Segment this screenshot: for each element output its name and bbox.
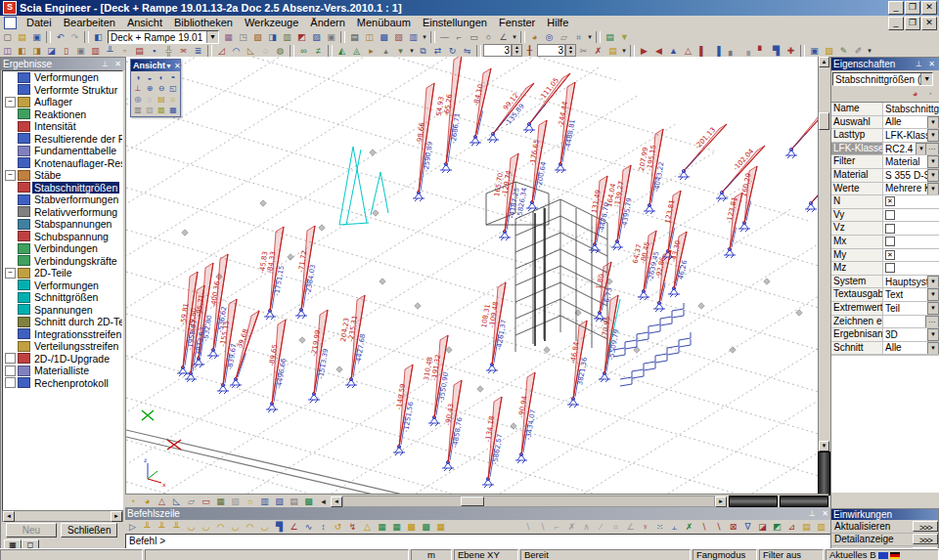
gallery-icon[interactable]: ▩: [377, 31, 391, 43]
grid-icon[interactable]: ╬: [161, 45, 176, 57]
column-diagram[interactable]: -123,81: [724, 193, 742, 258]
close-icon[interactable]: ✕: [820, 509, 830, 519]
toolbar-icon[interactable]: ▾: [393, 45, 408, 57]
mesh-icon[interactable]: ▤: [132, 45, 147, 57]
property-value[interactable]: Stabschnittgrößen: [883, 103, 939, 115]
close-icon[interactable]: ✕: [926, 60, 937, 69]
property-value[interactable]: S 355 D-Stütze▼: [883, 169, 939, 182]
column-diagram[interactable]: -89,65-4496,66: [266, 320, 288, 412]
column-diagram[interactable]: [805, 160, 819, 212]
doc-minimize-button[interactable]: _: [888, 17, 904, 30]
column-diagram[interactable]: -235,31204,23-4427,68: [339, 295, 367, 388]
temp-icon[interactable]: ↯: [345, 521, 360, 533]
refresh2-icon[interactable]: ↺: [331, 521, 345, 533]
beam-icon[interactable]: ◧: [15, 45, 29, 57]
result-icon[interactable]: ▌: [695, 45, 710, 57]
lightbulb-icon[interactable]: ☼: [167, 94, 179, 105]
settings-view-icon[interactable]: ▦: [167, 105, 179, 115]
checkbox-unchecked[interactable]: [885, 237, 895, 246]
toolbar-icon[interactable]: ▴: [379, 45, 393, 57]
property-value[interactable]: Text▼: [883, 288, 939, 301]
column-diagram[interactable]: [785, 107, 819, 158]
angle-icon[interactable]: ∠: [496, 31, 511, 43]
column-diagram[interactable]: -149,59-1251,56: [393, 365, 415, 455]
toolbar-icon[interactable]: ◩: [294, 31, 309, 43]
slab-icon[interactable]: ◪: [44, 45, 59, 57]
property-row-extremwerte[interactable]: ExtremwerteTeil▼: [831, 302, 939, 316]
tree-item-rechenprotokoll[interactable]: Rechenprotokoll: [3, 377, 122, 390]
pin-icon[interactable]: ⊥: [100, 60, 111, 69]
chevron-down-icon[interactable]: ▼: [165, 63, 172, 69]
menu-werkzeuge[interactable]: Werkzeuge: [239, 16, 304, 30]
line-icon[interactable]: —: [437, 31, 452, 43]
property-row-werte[interactable]: WerteMehrere Kompo▼: [831, 183, 939, 196]
close-icon[interactable]: ✕: [112, 60, 123, 69]
close-button[interactable]: ✕: [921, 1, 937, 15]
chevron-down-icon[interactable]: ▼: [927, 342, 939, 355]
pin-icon[interactable]: ⊥: [914, 60, 924, 69]
node-marker[interactable]: [370, 150, 377, 156]
node-marker[interactable]: [182, 230, 189, 237]
doc-restore-button[interactable]: ❐: [905, 17, 920, 30]
tree-item-2d-teile[interactable]: −2D-Teile: [3, 267, 122, 280]
shade-icon[interactable]: ◕: [140, 495, 155, 507]
snap-x-icon[interactable]: ✗: [682, 521, 696, 533]
folder-icon[interactable]: ▤: [156, 94, 167, 105]
menu-datei[interactable]: Datei: [21, 16, 58, 30]
tree-item-relativverformung[interactable]: Relativverformung: [3, 206, 122, 219]
zoom-all-icon[interactable]: ◎: [132, 94, 144, 105]
tree-item-schubspannung[interactable]: Schubspannung: [3, 231, 122, 243]
property-value[interactable]: Material▼: [883, 155, 939, 168]
chevron-down-icon[interactable]: ▾: [866, 47, 873, 55]
chevron-down-icon[interactable]: ▼: [920, 73, 932, 85]
tree-item-spannungen[interactable]: Spannungen: [3, 304, 122, 317]
node-marker[interactable]: [698, 303, 705, 310]
property-row-ergebnisanz-[interactable]: Ergebnisanz...3D▼: [831, 328, 939, 342]
property-value[interactable]: Mehrere Kompo▼: [883, 183, 939, 195]
snap6-icon[interactable]: ◩: [770, 521, 784, 533]
property-row-system[interactable]: SystemHauptsystem▼: [831, 276, 939, 289]
snap7-icon[interactable]: ⊿: [784, 521, 799, 533]
collapse-icon[interactable]: −: [5, 170, 16, 181]
tree-node[interactable]: [5, 366, 16, 376]
property-row-mz[interactable]: Mz: [831, 262, 939, 276]
toolbar-icon[interactable]: ▸: [364, 45, 379, 57]
cross-icon[interactable]: ✚: [783, 45, 798, 57]
new-button[interactable]: Neu: [6, 523, 57, 538]
tree-item-integrationsstreifen[interactable]: Integrationsstreifen: [3, 328, 122, 341]
select-icon[interactable]: ◿: [214, 45, 229, 57]
node-marker[interactable]: [260, 200, 267, 207]
mirror-icon[interactable]: ⇋: [460, 45, 474, 57]
property-value[interactable]: RC2.4 Rampe▼…: [883, 143, 939, 155]
canvas-vscrollbar[interactable]: ▲ ▼: [818, 57, 829, 452]
new-document-icon[interactable]: ▢: [0, 31, 15, 43]
collapse-icon[interactable]: −: [5, 268, 16, 279]
perspective-icon[interactable]: ▧: [272, 495, 287, 507]
light-icon[interactable]: ☼: [243, 495, 257, 507]
print-icon[interactable]: ▤: [347, 31, 362, 43]
column-diagram[interactable]: 99,12-135,89: [487, 83, 534, 143]
angle2-icon[interactable]: ∠: [287, 521, 301, 533]
tree-item-verteilungsstreifen[interactable]: Verteilungsstreifen: [3, 340, 122, 353]
spinner-buttons[interactable]: ▴▾: [565, 44, 576, 57]
checkbox-unchecked[interactable]: [885, 210, 895, 220]
snap-grid-icon[interactable]: ⌗: [608, 521, 623, 533]
load-g-icon[interactable]: ◡: [228, 521, 243, 533]
chevron-down-icon[interactable]: ▼: [927, 155, 939, 168]
result-icon[interactable]: ▗: [739, 45, 754, 57]
rotate-icon[interactable]: ↻: [445, 45, 460, 57]
tree-item-verformungen[interactable]: Verformungen: [3, 280, 122, 292]
load-w-icon[interactable]: ◡: [257, 521, 272, 533]
result-icon[interactable]: ▘: [754, 45, 769, 57]
line-grid-icon[interactable]: ⫠: [667, 521, 682, 533]
tree-item-knotenauflager-resultierenc[interactable]: Knotenauflager-Resultierenc: [3, 157, 122, 170]
circle-icon[interactable]: ○: [481, 31, 496, 43]
toolbar-icon[interactable]: ▨: [309, 31, 324, 43]
chevron-down-icon[interactable]: ▼: [927, 183, 939, 195]
zoom-out-icon[interactable]: ⊖: [156, 83, 167, 94]
column-diagram[interactable]: -46,843821,36: [567, 321, 589, 408]
column-diagrams[interactable]: -59,81-1958,07-95,71-532,80-400,36-536,6…: [177, 57, 819, 488]
ellipsis-button[interactable]: …: [925, 316, 939, 328]
tree-node[interactable]: [5, 353, 16, 364]
tree-item-verformungen[interactable]: Verformungen: [3, 71, 122, 84]
